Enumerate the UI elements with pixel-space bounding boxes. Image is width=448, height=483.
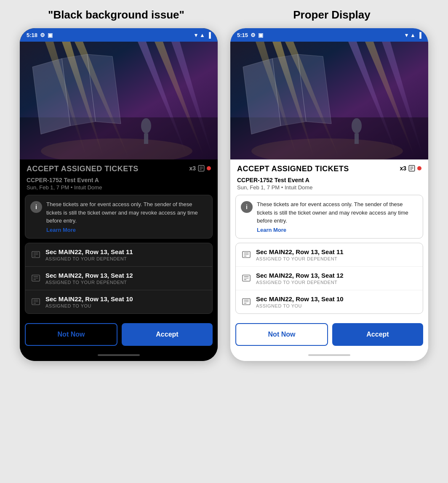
left-event-name: CCPER-1752 Test Event A xyxy=(20,177,218,184)
right-assigned-3: ASSIGNED TO YOU xyxy=(256,303,417,308)
left-ticket-header: ACCEPT ASSIGNED TICKETS x3 xyxy=(20,159,218,177)
concert-lights-svg xyxy=(20,42,218,159)
right-event-name: CCPER-1752 Test Event A xyxy=(230,177,428,184)
right-phone: 5:15 ⚙ ▣ ▾ ▲ ▐ xyxy=(230,28,428,361)
left-learn-more-link[interactable]: Learn More xyxy=(46,227,207,233)
left-phone-icon: ▣ xyxy=(48,32,53,38)
left-ticket-icon-2 xyxy=(31,273,40,283)
right-ticket-icon-1 xyxy=(242,250,251,259)
right-seat-2: Sec MAIN22, Row 13, Seat 12 xyxy=(256,272,417,279)
left-wifi-icon: ▾ xyxy=(195,32,197,38)
left-concert-image xyxy=(20,42,218,159)
right-info-box: i These tickets are for event access onl… xyxy=(235,195,423,239)
right-battery-icon: ▐ xyxy=(418,32,421,38)
right-seat-1: Sec MAIN22, Row 13, Seat 11 xyxy=(256,248,417,255)
page-titles: "Black background issue" Proper Display xyxy=(8,8,440,21)
left-ticket-row-1: Sec MAIN22, Row 13, Seat 11 ASSIGNED TO … xyxy=(25,243,212,266)
right-learn-more-link[interactable]: Learn More xyxy=(257,227,418,233)
left-ticket-list-icon xyxy=(197,165,205,172)
right-tickets-list: Sec MAIN22, Row 13, Seat 11 ASSIGNED TO … xyxy=(235,243,423,314)
left-seat-3: Sec MAIN22, Row 13, Seat 10 xyxy=(45,295,206,303)
right-home-indicator xyxy=(308,354,350,356)
right-ticket-count: x3 xyxy=(400,165,421,172)
left-seat-1: Sec MAIN22, Row 13, Seat 11 xyxy=(45,248,206,255)
left-section-title: "Black background issue" xyxy=(19,8,213,21)
left-info-icon: i xyxy=(30,201,42,213)
left-tickets-list: Sec MAIN22, Row 13, Seat 11 ASSIGNED TO … xyxy=(25,243,213,314)
right-concert-lights-svg xyxy=(230,42,428,159)
right-ticket-row-3: Sec MAIN22, Row 13, Seat 10 ASSIGNED TO … xyxy=(236,290,423,313)
right-ticket-header: ACCEPT ASSIGNED TICKETS x3 xyxy=(230,159,428,177)
right-red-dot xyxy=(417,166,421,170)
left-not-now-button[interactable]: Not Now xyxy=(25,323,117,346)
left-battery-icon: ▐ xyxy=(207,32,211,38)
right-signal-icon: ▲ xyxy=(410,32,416,38)
left-bottom-bar xyxy=(20,351,218,361)
phones-row: 5:18 ⚙ ▣ ▾ ▲ ▐ xyxy=(8,28,440,361)
right-not-now-button[interactable]: Not Now xyxy=(235,323,328,346)
left-signal-icon: ▲ xyxy=(200,32,205,38)
left-home-indicator xyxy=(98,354,140,356)
right-info-icon: i xyxy=(241,201,253,213)
left-assigned-1: ASSIGNED TO YOUR DEPENDENT xyxy=(45,256,206,261)
left-status-time: 5:18 xyxy=(27,32,37,38)
right-seat-3: Sec MAIN22, Row 13, Seat 10 xyxy=(256,295,417,303)
right-bottom-bar xyxy=(230,351,428,361)
right-ticket-list-icon xyxy=(408,165,416,172)
left-ticket-row-2: Sec MAIN22, Row 13, Seat 12 ASSIGNED TO … xyxy=(25,266,212,290)
left-info-text: These tickets are for event access only.… xyxy=(46,201,198,224)
right-header-title: ACCEPT ASSIGNED TICKETS xyxy=(237,165,349,173)
svg-rect-13 xyxy=(144,133,148,144)
right-gear-icon: ⚙ xyxy=(251,32,256,38)
svg-point-42 xyxy=(352,118,362,133)
right-event-date: Sun, Feb 1, 7 PM • Intuit Dome xyxy=(230,184,428,195)
right-status-time: 5:15 xyxy=(237,32,248,38)
right-section-title: Proper Display xyxy=(235,8,429,21)
left-ticket-row-3: Sec MAIN22, Row 13, Seat 10 ASSIGNED TO … xyxy=(25,290,212,313)
right-ticket-icon-3 xyxy=(242,297,251,306)
svg-rect-43 xyxy=(355,133,359,144)
right-ticket-row-1: Sec MAIN22, Row 13, Seat 11 ASSIGNED TO … xyxy=(236,243,423,266)
left-phone: 5:18 ⚙ ▣ ▾ ▲ ▐ xyxy=(20,28,218,361)
left-gear-icon: ⚙ xyxy=(40,32,45,38)
svg-point-12 xyxy=(141,118,151,133)
left-status-bar: 5:18 ⚙ ▣ ▾ ▲ ▐ xyxy=(20,28,218,42)
left-red-dot xyxy=(207,166,211,170)
right-ticket-icon-2 xyxy=(242,273,251,283)
left-ticket-count: x3 xyxy=(189,165,211,172)
left-event-date: Sun, Feb 1, 7 PM • Intuit Dome xyxy=(20,184,218,195)
right-assigned-2: ASSIGNED TO YOUR DEPENDENT xyxy=(256,280,417,285)
left-buttons-row: Not Now Accept xyxy=(20,318,218,351)
left-ticket-icon-1 xyxy=(31,250,40,259)
left-assigned-2: ASSIGNED TO YOUR DEPENDENT xyxy=(45,280,206,285)
right-assigned-1: ASSIGNED TO YOUR DEPENDENT xyxy=(256,256,417,261)
right-info-text: These tickets are for event access only.… xyxy=(257,201,408,224)
right-status-bar: 5:15 ⚙ ▣ ▾ ▲ ▐ xyxy=(230,28,428,42)
left-content: ACCEPT ASSIGNED TICKETS x3 CCPER-1752 Te… xyxy=(20,159,218,351)
left-info-box: i These tickets are for event access onl… xyxy=(25,195,213,239)
right-phone-icon: ▣ xyxy=(258,32,263,38)
right-concert-image xyxy=(230,42,428,159)
left-seat-2: Sec MAIN22, Row 13, Seat 12 xyxy=(45,272,206,279)
right-ticket-row-2: Sec MAIN22, Row 13, Seat 12 ASSIGNED TO … xyxy=(236,266,423,290)
left-ticket-icon-3 xyxy=(31,297,40,306)
right-wifi-icon: ▾ xyxy=(405,32,408,38)
left-accept-button[interactable]: Accept xyxy=(122,323,213,346)
right-accept-button[interactable]: Accept xyxy=(332,323,423,346)
right-content: ACCEPT ASSIGNED TICKETS x3 CCPER-1752 Te… xyxy=(230,159,428,351)
right-buttons-row: Not Now Accept xyxy=(230,318,428,351)
left-assigned-3: ASSIGNED TO YOU xyxy=(45,303,206,308)
left-header-title: ACCEPT ASSIGNED TICKETS xyxy=(27,165,139,173)
